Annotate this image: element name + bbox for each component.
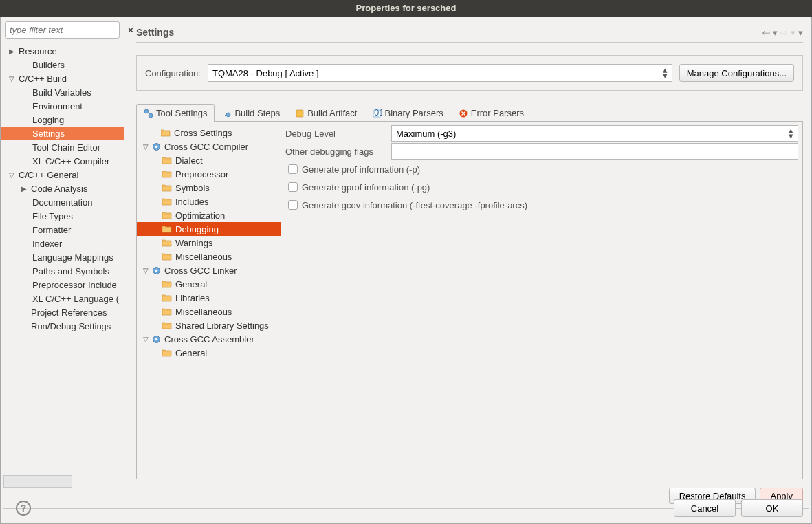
- nav-item[interactable]: Preprocessor Include: [1, 278, 124, 292]
- nav-item-label: Indexer: [31, 239, 62, 249]
- checkbox[interactable]: [288, 164, 298, 174]
- nav-item-label: Documentation: [31, 197, 92, 208]
- debug-level-spinner-icon[interactable]: ▴▾: [789, 128, 793, 139]
- cancel-button[interactable]: Cancel: [674, 499, 736, 517]
- tool-tree-item[interactable]: General: [137, 346, 281, 360]
- tool-tree-item[interactable]: Dialect: [137, 153, 281, 167]
- nav-item-label: File Types: [31, 211, 73, 221]
- folder-icon: [162, 210, 173, 220]
- nav-item[interactable]: Environment: [1, 99, 124, 113]
- tab-tool-settings[interactable]: Tool Settings: [136, 104, 215, 122]
- nav-item[interactable]: ▶Code Analysis: [1, 182, 124, 195]
- folder-icon: [162, 293, 173, 303]
- folder-icon: [162, 252, 173, 261]
- nav-item[interactable]: XL C/C++ Language (: [1, 292, 124, 305]
- other-flags-input[interactable]: [391, 143, 798, 160]
- tool-tree-item[interactable]: Debugging: [137, 222, 281, 236]
- tool-tree-label: Cross GCC Compiler: [164, 142, 248, 152]
- nav-item-label: Logging: [31, 115, 64, 125]
- tool-tree-label: Miscellaneous: [175, 252, 232, 262]
- checkbox[interactable]: [288, 200, 298, 210]
- nav-item[interactable]: ▽C/C++ Build: [1, 72, 124, 85]
- checkbox[interactable]: [288, 182, 298, 192]
- nav-item-label: Paths and Symbols: [31, 266, 109, 276]
- tab-label: Error Parsers: [471, 108, 524, 118]
- nav-forward-menu-icon[interactable]: ▾: [791, 28, 795, 38]
- tree-twisty-icon[interactable]: ▶: [9, 47, 17, 55]
- tools-icon: [144, 109, 153, 118]
- tab-build-steps[interactable]: Build Steps: [215, 104, 287, 122]
- view-menu-icon[interactable]: ▾: [798, 28, 803, 38]
- tab-error-parsers[interactable]: Error Parsers: [451, 104, 531, 122]
- nav-item[interactable]: Tool Chain Editor: [1, 140, 124, 154]
- debug-level-select[interactable]: Maximum (-g3) ▴▾: [391, 125, 798, 142]
- nav-item[interactable]: Language Mappings: [1, 250, 124, 264]
- nav-item[interactable]: Formatter: [1, 223, 124, 237]
- tool-tree-item[interactable]: Symbols: [137, 181, 281, 195]
- tool-tree-item[interactable]: Cross Settings: [137, 126, 281, 140]
- nav-forward-icon[interactable]: ⇨: [780, 28, 788, 38]
- nav-item[interactable]: Paths and Symbols: [1, 264, 124, 278]
- nav-item-label: Formatter: [31, 225, 71, 235]
- nav-item[interactable]: Project References: [1, 305, 124, 319]
- nav-item-label: C/C++ General: [17, 170, 78, 180]
- checkbox-row: Generate prof information (-p): [285, 160, 798, 178]
- nav-item[interactable]: Settings: [1, 127, 124, 140]
- tool-tree-item[interactable]: Miscellaneous: [137, 250, 281, 263]
- tool-tree: Cross Settings▽Cross GCC CompilerDialect…: [137, 122, 281, 479]
- tab-label: Binary Parsers: [384, 108, 443, 118]
- tree-twisty-icon[interactable]: ▽: [9, 171, 17, 179]
- tool-tree-item[interactable]: Includes: [137, 195, 281, 208]
- nav-item-label: Settings: [31, 129, 65, 139]
- tool-tree-label: General: [175, 348, 207, 358]
- nav-item[interactable]: Logging: [1, 113, 124, 127]
- configuration-label: Configuration:: [145, 68, 201, 78]
- nav-item[interactable]: Builders: [1, 58, 124, 72]
- tool-tree-item[interactable]: Preprocessor: [137, 167, 281, 181]
- nav-item[interactable]: Indexer: [1, 237, 124, 250]
- nav-item-label: Environment: [31, 101, 83, 111]
- tree-twisty-icon[interactable]: ▶: [21, 185, 30, 193]
- filter-box[interactable]: ✕: [5, 21, 120, 39]
- nav-back-icon[interactable]: ⇦: [762, 28, 770, 38]
- nav-item[interactable]: Documentation: [1, 195, 124, 209]
- tool-tree-item[interactable]: ▽Cross GCC Compiler: [137, 140, 281, 153]
- tool-tree-item[interactable]: Shared Library Settings: [137, 318, 281, 332]
- help-icon[interactable]: ?: [16, 501, 31, 516]
- tool-tree-item[interactable]: Libraries: [137, 291, 281, 305]
- nav-item[interactable]: ▶Resource: [1, 44, 124, 58]
- configuration-row: Configuration: TQMA28 - Debug [ Active ]…: [136, 55, 803, 91]
- tab-binary-parsers[interactable]: Binary Parsers: [364, 104, 450, 122]
- nav-item[interactable]: Build Variables: [1, 85, 124, 99]
- tree-twisty-icon[interactable]: ▽: [141, 336, 151, 343]
- checkbox-label: Generate prof information (-p): [302, 164, 420, 175]
- nav-item[interactable]: File Types: [1, 209, 124, 223]
- nav-item[interactable]: Run/Debug Settings: [1, 319, 124, 333]
- nav-item[interactable]: XL C/C++ Compiler: [1, 154, 124, 168]
- tree-twisty-icon[interactable]: ▽: [9, 75, 17, 83]
- tool-tree-label: General: [175, 279, 207, 290]
- folder-icon: [160, 128, 171, 138]
- tab-build-artifact[interactable]: Build Artifact: [287, 104, 364, 122]
- configuration-spinner-icon[interactable]: ▴▾: [663, 67, 668, 78]
- ok-button[interactable]: OK: [741, 499, 803, 517]
- tree-twisty-icon[interactable]: ▽: [141, 143, 151, 151]
- folder-icon: [162, 224, 173, 234]
- folder-icon: [162, 169, 173, 179]
- tool-tree-item[interactable]: General: [137, 277, 281, 291]
- tool-tree-item[interactable]: ▽Cross GCC Assembler: [137, 332, 281, 346]
- tab-label: Build Steps: [234, 108, 280, 118]
- tool-tree-label: Debugging: [175, 224, 219, 234]
- window-title: Properties for sersched: [0, 0, 812, 17]
- tool-tree-item[interactable]: Miscellaneous: [137, 305, 281, 318]
- tool-tree-item[interactable]: ▽Cross GCC Linker: [137, 263, 281, 277]
- tool-tree-item[interactable]: Warnings: [137, 236, 281, 250]
- filter-input[interactable]: [8, 24, 127, 36]
- folder-icon: [162, 155, 173, 165]
- manage-configurations-button[interactable]: Manage Configurations...: [679, 64, 794, 82]
- nav-item[interactable]: ▽C/C++ General: [1, 168, 124, 182]
- tool-tree-item[interactable]: Optimization: [137, 208, 281, 222]
- configuration-select[interactable]: TQMA28 - Debug [ Active ] ▴▾: [208, 64, 672, 82]
- nav-back-menu-icon[interactable]: ▾: [773, 28, 778, 38]
- tree-twisty-icon[interactable]: ▽: [141, 267, 151, 274]
